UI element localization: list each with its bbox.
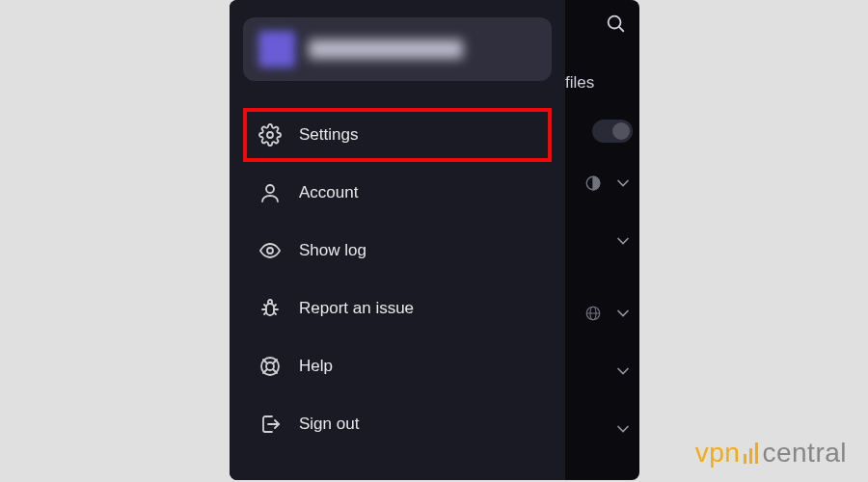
menu-item-showlog[interactable]: Show log bbox=[247, 226, 548, 276]
watermark-logo: vpn central bbox=[695, 438, 847, 469]
gear-icon bbox=[258, 123, 282, 147]
menu-item-signout[interactable]: Sign out bbox=[247, 399, 548, 449]
menu-item-account[interactable]: Account bbox=[247, 168, 548, 218]
bg-row-4 bbox=[613, 362, 633, 385]
bg-row-1 bbox=[584, 174, 633, 197]
menu-item-label: Help bbox=[299, 357, 333, 376]
avatar bbox=[258, 31, 295, 67]
chevron-down-icon[interactable] bbox=[613, 174, 633, 197]
contrast-icon bbox=[584, 174, 602, 196]
bug-icon bbox=[258, 297, 282, 320]
svg-line-1 bbox=[619, 27, 623, 31]
watermark-left: vpn bbox=[695, 438, 741, 469]
bg-row-2 bbox=[613, 231, 633, 254]
menu-item-label: Show log bbox=[299, 241, 366, 260]
watermark-right: central bbox=[762, 438, 847, 469]
menu-item-help[interactable]: Help bbox=[247, 341, 548, 391]
background-panel: files bbox=[565, 0, 639, 480]
bg-toggle[interactable] bbox=[592, 120, 633, 143]
menu-item-label: Settings bbox=[299, 125, 358, 145]
profile-name-redacted bbox=[309, 40, 463, 59]
side-drawer: Settings Account Show log Report an issu… bbox=[230, 0, 565, 480]
signal-bars-icon bbox=[744, 442, 758, 464]
menu-item-settings[interactable]: Settings bbox=[247, 110, 548, 160]
bg-header-fragment: files bbox=[565, 73, 594, 93]
lifebuoy-icon bbox=[258, 355, 282, 378]
chevron-down-icon[interactable] bbox=[613, 304, 633, 327]
search-button[interactable] bbox=[602, 10, 629, 37]
chevron-down-icon[interactable] bbox=[613, 419, 633, 442]
svg-point-7 bbox=[266, 185, 274, 193]
menu-item-label: Sign out bbox=[299, 415, 359, 434]
chevron-down-icon[interactable] bbox=[613, 231, 633, 254]
drawer-menu: Settings Account Show log Report an issu… bbox=[243, 110, 552, 449]
bg-row-3 bbox=[584, 304, 633, 327]
highlight-annotation bbox=[243, 108, 552, 162]
chevron-down-icon[interactable] bbox=[613, 362, 633, 385]
menu-item-label: Report an issue bbox=[299, 299, 414, 318]
globe-icon bbox=[584, 305, 602, 326]
profile-card[interactable] bbox=[243, 17, 552, 81]
menu-item-label: Account bbox=[299, 183, 358, 202]
app-window: files bbox=[230, 0, 639, 480]
menu-item-report[interactable]: Report an issue bbox=[247, 283, 548, 334]
svg-point-6 bbox=[267, 132, 273, 138]
user-icon bbox=[258, 181, 282, 204]
svg-point-8 bbox=[267, 248, 273, 254]
bg-row-5 bbox=[613, 419, 633, 442]
svg-rect-9 bbox=[266, 304, 274, 315]
eye-icon bbox=[258, 239, 282, 262]
signout-icon bbox=[258, 413, 282, 436]
